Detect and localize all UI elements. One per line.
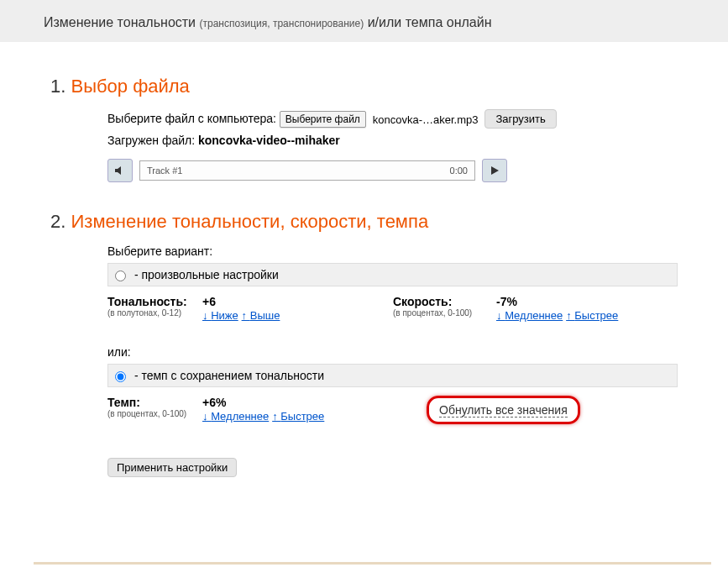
volume-button[interactable]	[107, 159, 133, 182]
header-title-sub: (транспозиция, транспонирование)	[200, 18, 364, 29]
variant-label: Выберите вариант:	[107, 244, 678, 258]
tempo-up-link[interactable]: ↑ Быстрее	[272, 410, 324, 423]
footer-divider	[34, 562, 711, 565]
upload-button[interactable]: Загрузить	[484, 109, 556, 129]
tempo-value: +6%	[202, 396, 324, 409]
audio-player: Track #1 0:00	[107, 159, 678, 182]
pitch-down-link[interactable]: ↓ Ниже	[202, 309, 238, 322]
speed-hint: (в процентах, 0-100)	[393, 308, 490, 318]
choose-file-button[interactable]: Выберите файл	[280, 111, 366, 128]
tempo-label: Темп:	[107, 396, 196, 409]
chosen-file-name: koncovka-…aker.mp3	[369, 112, 482, 128]
speed-down-link[interactable]: ↓ Медленнее	[496, 309, 563, 322]
header-title-end: и/или темпа онлайн	[368, 15, 492, 29]
option-custom[interactable]: - произвольные настройки	[107, 263, 678, 286]
tempo-control: Темп: (в процентах, 0-100) +6% ↓ Медленн…	[107, 396, 359, 424]
speed-label: Скорость:	[393, 295, 490, 308]
player-track[interactable]: Track #1 0:00	[139, 160, 475, 181]
option-custom-label: - произвольные настройки	[134, 268, 279, 281]
play-icon	[489, 165, 500, 176]
section-2-text: Изменение тональности, скорости, темпа	[71, 211, 428, 232]
pitch-value: +6	[202, 295, 280, 308]
track-name: Track #1	[147, 165, 182, 176]
option-tempo-label: - темп с сохранением тональности	[134, 369, 324, 382]
speaker-icon	[114, 165, 126, 176]
radio-tempo[interactable]	[115, 371, 126, 382]
section-1-title: 1. Выбор файла	[50, 76, 678, 97]
speed-control: Скорость: (в процентах, 0-100) -7% ↓ Мед…	[393, 295, 618, 322]
loaded-file-name: koncovka-video--mihaker	[198, 134, 340, 147]
pitch-label: Тональность:	[107, 295, 196, 308]
speed-value: -7%	[496, 295, 618, 308]
speed-up-link[interactable]: ↑ Быстрее	[566, 309, 618, 322]
radio-custom[interactable]	[115, 270, 126, 281]
pitch-hint: (в полутонах, 0-12)	[107, 308, 196, 318]
section-2-num: 2.	[50, 211, 65, 232]
choose-file-label: Выберите файл с компьютера:	[107, 112, 276, 125]
pitch-up-link[interactable]: ↑ Выше	[242, 309, 280, 322]
tempo-hint: (в процентах, 0-100)	[107, 409, 196, 418]
or-label: или:	[107, 345, 678, 359]
play-button[interactable]	[482, 159, 507, 182]
section-1-num: 1.	[50, 76, 65, 97]
tempo-down-link[interactable]: ↓ Медленнее	[202, 410, 269, 423]
track-time: 0:00	[450, 165, 468, 176]
section-1-text: Выбор файла	[71, 76, 189, 97]
reset-highlight: Обнулить все значения	[427, 396, 580, 424]
file-select-row: Выберите файл с компьютера: Выберите фай…	[107, 109, 678, 129]
loaded-file-row: Загружен файл: koncovka-video--mihaker	[107, 134, 678, 147]
page-header: Изменение тональности (транспозиция, тра…	[0, 0, 728, 42]
option-tempo[interactable]: - темп с сохранением тональности	[107, 364, 678, 387]
apply-button[interactable]: Применить настройки	[107, 458, 237, 477]
header-title-main: Изменение тональности	[44, 15, 196, 29]
reset-link[interactable]: Обнулить все значения	[439, 403, 568, 418]
loaded-file-label: Загружен файл:	[107, 134, 195, 147]
section-2-title: 2. Изменение тональности, скорости, темп…	[50, 211, 678, 233]
pitch-control: Тональность: (в полутонах, 0-12) +6 ↓ Ни…	[107, 295, 359, 322]
